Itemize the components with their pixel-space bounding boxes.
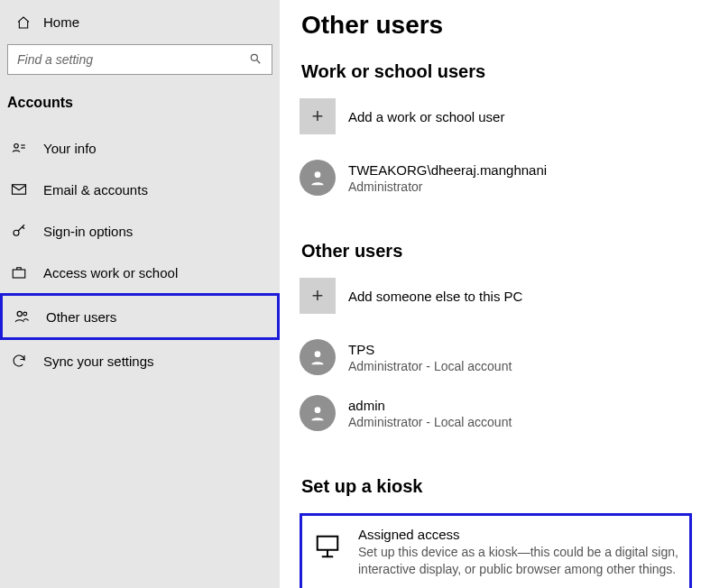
sync-icon xyxy=(11,353,27,369)
sidebar-item-label: Your info xyxy=(43,141,97,156)
other-users-heading: Other users xyxy=(301,241,692,262)
people-icon xyxy=(14,308,30,325)
svg-point-8 xyxy=(17,311,22,316)
sidebar-item-label: Email & accounts xyxy=(43,182,148,198)
user-name: admin xyxy=(348,398,512,413)
svg-point-10 xyxy=(315,171,321,178)
avatar-icon xyxy=(300,339,336,375)
page-title: Other users xyxy=(301,11,692,40)
sidebar-item-access-work-school[interactable]: Access work or school xyxy=(0,252,280,293)
main-content: Other users Work or school users + Add a… xyxy=(280,0,701,588)
user-text: TWEAKORG\dheeraj.manghnani Administrator xyxy=(348,162,547,194)
avatar-icon xyxy=(300,395,336,431)
user-role: Administrator xyxy=(348,179,547,194)
user-role: Administrator - Local account xyxy=(348,415,512,429)
sidebar-item-sign-in-options[interactable]: Sign-in options xyxy=(0,210,280,252)
home-icon xyxy=(16,15,31,30)
svg-rect-7 xyxy=(13,270,25,278)
add-other-user-label: Add someone else to this PC xyxy=(348,289,522,304)
key-icon xyxy=(11,223,27,239)
user-role: Administrator - Local account xyxy=(348,359,512,373)
user-name: TWEAKORG\dheeraj.manghnani xyxy=(348,162,547,178)
person-card-icon xyxy=(11,140,27,156)
kiosk-title: Assigned access xyxy=(358,527,680,542)
sidebar-item-your-info[interactable]: Your info xyxy=(0,127,280,169)
svg-point-11 xyxy=(315,351,321,357)
search-input[interactable] xyxy=(7,44,272,75)
user-name: TPS xyxy=(348,342,512,357)
svg-point-9 xyxy=(23,312,27,316)
search-wrap xyxy=(7,44,272,75)
kiosk-heading: Set up a kiosk xyxy=(301,476,692,497)
svg-rect-13 xyxy=(318,537,338,550)
sidebar-item-label: Access work or school xyxy=(43,265,178,280)
add-work-school-user-button[interactable]: + Add a work or school user xyxy=(300,98,692,134)
other-user-row[interactable]: admin Administrator - Local account xyxy=(300,395,692,431)
avatar-icon xyxy=(300,160,336,196)
svg-point-6 xyxy=(14,230,19,235)
svg-rect-5 xyxy=(13,185,26,195)
sidebar-section-title: Accounts xyxy=(0,87,280,127)
sidebar-item-other-users[interactable]: Other users xyxy=(0,293,280,340)
add-other-user-button[interactable]: + Add someone else to this PC xyxy=(300,278,692,314)
sidebar: Home Accounts Your info Email & accounts xyxy=(0,0,280,588)
sidebar-item-sync-settings[interactable]: Sync your settings xyxy=(0,340,280,381)
work-school-user-row[interactable]: TWEAKORG\dheeraj.manghnani Administrator xyxy=(300,160,692,196)
user-text: TPS Administrator - Local account xyxy=(348,342,512,373)
add-work-school-label: Add a work or school user xyxy=(348,109,504,124)
user-text: admin Administrator - Local account xyxy=(348,398,512,429)
kiosk-description: Set up this device as a kiosk—this could… xyxy=(358,544,680,578)
other-user-row[interactable]: TPS Administrator - Local account xyxy=(300,339,692,375)
kiosk-monitor-icon xyxy=(311,530,344,563)
plus-icon: + xyxy=(300,98,336,134)
svg-point-12 xyxy=(315,407,321,413)
sidebar-item-email-accounts[interactable]: Email & accounts xyxy=(0,169,280,210)
plus-icon: + xyxy=(300,278,336,314)
kiosk-text: Assigned access Set up this device as a … xyxy=(358,527,680,578)
mail-icon xyxy=(11,181,27,198)
sidebar-item-label: Other users xyxy=(46,309,116,325)
home-button[interactable]: Home xyxy=(0,9,280,39)
briefcase-icon xyxy=(11,264,27,280)
work-school-heading: Work or school users xyxy=(301,61,692,82)
sidebar-item-label: Sync your settings xyxy=(43,354,154,369)
assigned-access-button[interactable]: Assigned access Set up this device as a … xyxy=(300,513,692,588)
sidebar-item-label: Sign-in options xyxy=(43,224,133,239)
svg-point-2 xyxy=(14,144,19,149)
home-label: Home xyxy=(43,14,79,30)
